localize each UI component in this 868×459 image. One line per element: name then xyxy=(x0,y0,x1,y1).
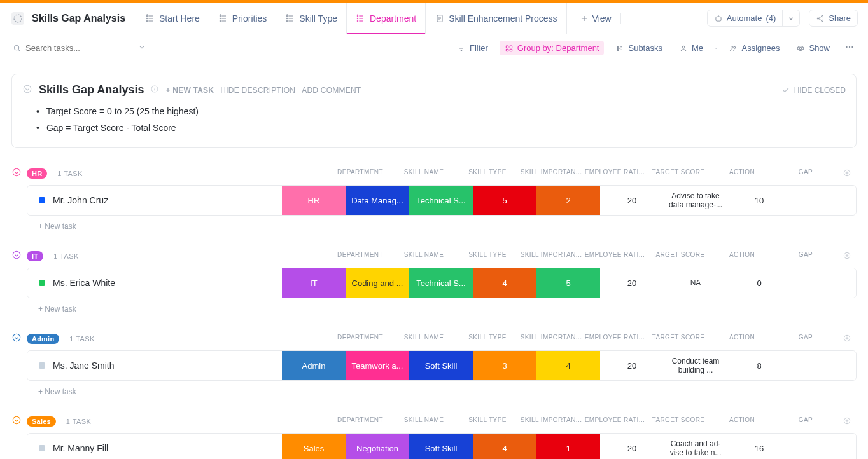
me-button[interactable]: Me xyxy=(674,41,708,55)
column-header[interactable]: SKILL IMPORTAN... xyxy=(519,168,583,179)
cell-tag[interactable]: 5 xyxy=(536,268,600,298)
column-header[interactable]: SKILL NAME xyxy=(392,168,456,179)
group-chip[interactable]: Admin xyxy=(27,334,59,344)
column-header[interactable]: ACTION xyxy=(710,334,774,344)
new-task-row[interactable]: + New task xyxy=(11,298,857,313)
cell-tag[interactable]: Negotiation xyxy=(346,434,409,459)
cell-tag[interactable]: 2 xyxy=(536,186,600,215)
add-column-button[interactable] xyxy=(837,416,857,427)
column-header[interactable]: GAP xyxy=(774,334,837,344)
task-row[interactable]: Ms. Jane SmithAdminTeamwork a...Soft Ski… xyxy=(27,351,856,380)
cell-tag[interactable]: 3 xyxy=(473,351,536,380)
group-chip[interactable]: HR xyxy=(27,168,47,179)
cell[interactable]: 0 xyxy=(727,268,791,298)
cell[interactable]: 10 xyxy=(727,186,791,215)
cell-tag[interactable]: Technical S... xyxy=(409,268,473,298)
tab-skill-enhancement-process[interactable]: Skill Enhancement Process xyxy=(425,3,566,34)
collapse-group-icon[interactable] xyxy=(11,167,22,180)
cell-tag[interactable]: Teamwork a... xyxy=(346,351,409,380)
cell-action[interactable]: Coach and ad-vise to take n... xyxy=(664,434,727,459)
add-comment-link[interactable]: ADD COMMENT xyxy=(302,86,361,95)
column-header[interactable]: ACTION xyxy=(710,416,774,427)
cell-tag[interactable]: 4 xyxy=(473,268,536,298)
cell[interactable]: 20 xyxy=(600,186,664,215)
filter-button[interactable]: Filter xyxy=(452,41,493,55)
status-square-icon[interactable] xyxy=(39,197,45,203)
cell-tag[interactable]: HR xyxy=(282,186,346,215)
column-header[interactable]: ACTION xyxy=(710,168,774,179)
column-header[interactable]: GAP xyxy=(774,416,837,427)
add-column-button[interactable] xyxy=(837,251,857,261)
column-header[interactable]: EMPLOYEE RATI... xyxy=(583,168,647,179)
automate-dropdown[interactable] xyxy=(782,10,799,26)
column-header[interactable]: SKILL NAME xyxy=(392,334,456,344)
task-name-cell[interactable]: Mr. John Cruz xyxy=(27,186,282,215)
column-header[interactable]: SKILL TYPE xyxy=(456,251,519,261)
column-header[interactable]: EMPLOYEE RATI... xyxy=(583,416,647,427)
column-header[interactable]: TARGET SCORE xyxy=(647,416,710,427)
cell-tag[interactable]: Sales xyxy=(282,434,346,459)
search-input[interactable] xyxy=(25,43,121,53)
assignees-button[interactable]: Assignees xyxy=(724,41,785,55)
workspace-icon[interactable] xyxy=(11,12,24,25)
column-header[interactable]: EMPLOYEE RATI... xyxy=(583,251,647,261)
cell-tag[interactable]: Soft Skill xyxy=(409,434,473,459)
search-field[interactable] xyxy=(13,43,146,53)
new-task-row[interactable]: + New task xyxy=(11,216,857,231)
cell-tag[interactable]: Technical S... xyxy=(409,186,473,215)
cell-tag[interactable]: IT xyxy=(282,268,346,298)
collapse-group-icon[interactable] xyxy=(11,332,22,345)
info-icon[interactable] xyxy=(150,85,159,96)
automate-button[interactable]: Automate (4) xyxy=(708,10,783,26)
cell-tag[interactable]: Data Manag... xyxy=(346,186,409,215)
collapse-group-icon[interactable] xyxy=(11,250,22,263)
cell-tag[interactable]: 4 xyxy=(536,351,600,380)
new-task-row[interactable]: + New task xyxy=(11,381,857,396)
column-header[interactable]: SKILL TYPE xyxy=(456,168,519,179)
column-header[interactable]: TARGET SCORE xyxy=(647,251,710,261)
column-header[interactable]: DEPARTMENT xyxy=(328,251,392,261)
cell-tag[interactable]: Soft Skill xyxy=(409,351,473,380)
hide-closed-toggle[interactable]: HIDE CLOSED xyxy=(781,86,846,95)
column-header[interactable]: GAP xyxy=(774,251,837,261)
cell-tag[interactable]: 4 xyxy=(473,434,536,459)
group-chip[interactable]: Sales xyxy=(27,416,56,427)
task-row[interactable]: Ms. Erica WhiteITCoding and ...Technical… xyxy=(27,268,856,298)
column-header[interactable]: SKILL NAME xyxy=(392,416,456,427)
task-name-cell[interactable]: Ms. Erica White xyxy=(27,268,282,298)
cell-tag[interactable]: 5 xyxy=(473,186,536,215)
column-header[interactable]: DEPARTMENT xyxy=(328,168,392,179)
add-column-button[interactable] xyxy=(837,168,857,179)
task-name-cell[interactable]: Mr. Manny Fill xyxy=(27,434,282,459)
cell-tag[interactable]: 1 xyxy=(536,434,600,459)
cell[interactable]: 20 xyxy=(600,434,664,459)
status-square-icon[interactable] xyxy=(39,362,45,369)
group-chip[interactable]: IT xyxy=(27,251,43,261)
add-view-button[interactable]: View xyxy=(571,13,621,24)
column-header[interactable]: SKILL NAME xyxy=(392,251,456,261)
collapse-list-icon[interactable] xyxy=(22,84,32,97)
new-task-link[interactable]: + NEW TASK xyxy=(165,86,214,95)
show-button[interactable]: Show xyxy=(791,41,835,55)
search-dropdown[interactable] xyxy=(137,43,146,53)
column-header[interactable]: SKILL TYPE xyxy=(456,334,519,344)
share-button[interactable]: Share xyxy=(809,10,858,27)
cell-tag[interactable]: Coding and ... xyxy=(346,268,409,298)
tab-start-here[interactable]: Start Here xyxy=(136,3,209,34)
column-header[interactable]: DEPARTMENT xyxy=(328,334,392,344)
cell-action[interactable]: NA xyxy=(664,268,727,298)
add-column-button[interactable] xyxy=(837,334,857,344)
cell-action[interactable]: Conduct team building ... xyxy=(664,351,727,380)
column-header[interactable]: TARGET SCORE xyxy=(647,334,710,344)
column-header[interactable]: TARGET SCORE xyxy=(647,168,710,179)
task-name-cell[interactable]: Ms. Jane Smith xyxy=(27,351,282,380)
collapse-group-icon[interactable] xyxy=(11,415,22,428)
column-header[interactable]: ACTION xyxy=(710,251,774,261)
column-header[interactable]: EMPLOYEE RATI... xyxy=(583,334,647,344)
tab-department[interactable]: Department xyxy=(346,3,425,34)
cell-tag[interactable]: Admin xyxy=(282,351,346,380)
column-header[interactable]: GAP xyxy=(774,168,837,179)
hide-description-link[interactable]: HIDE DESCRIPTION xyxy=(220,86,295,95)
column-header[interactable]: DEPARTMENT xyxy=(328,416,392,427)
status-square-icon[interactable] xyxy=(39,280,45,286)
